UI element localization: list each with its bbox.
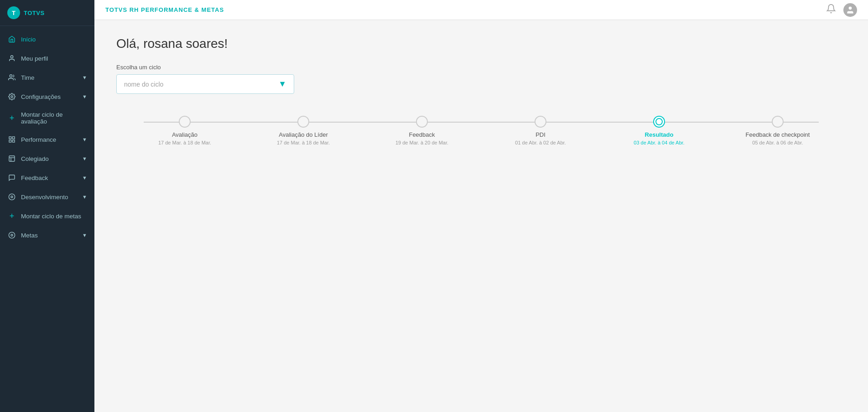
chevron-icon-desenvolvimento: ▼: [82, 194, 87, 200]
sidebar-logo: T TOTVS: [0, 0, 94, 26]
page-greeting: Olá, rosana soares!: [116, 36, 846, 51]
sidebar: T TOTVS Início Meu perfil Time ▼ Configu…: [0, 0, 94, 412]
svg-rect-3: [9, 137, 11, 139]
cycle-timeline: Avaliação 17 de Mar. à 18 de Mar. Avalia…: [116, 116, 846, 145]
step-date-avaliacao-lider: 17 de Mar. à 18 de Mar.: [277, 140, 330, 145]
svg-rect-4: [12, 137, 15, 139]
svg-point-13: [11, 234, 13, 236]
step-title-resultado: Resultado: [645, 131, 674, 138]
step-date-avaliacao: 17 de Mar. à 18 de Mar.: [158, 140, 211, 145]
user-avatar[interactable]: [843, 3, 857, 17]
sidebar-item-inicio[interactable]: Início: [0, 30, 94, 49]
sidebar-item-desenvolvimento[interactable]: Desenvolvimento ▼: [0, 187, 94, 206]
metas-icon: [7, 231, 16, 240]
timeline-step-avaliacao: Avaliação 17 de Mar. à 18 de Mar.: [125, 116, 244, 145]
timeline-step-avaliacao-lider: Avaliação do Líder 17 de Mar. à 18 de Ma…: [244, 116, 363, 145]
step-date-pdi: 01 de Abr. à 02 de Abr.: [515, 140, 566, 145]
chevron-icon-metas: ▼: [82, 232, 87, 238]
svg-point-14: [849, 6, 852, 10]
step-title-feedback: Feedback: [409, 131, 435, 138]
sidebar-item-label-montar-ciclo-metas: Montar ciclo de metas: [21, 213, 87, 220]
step-title-feedback-checkpoint: Feedback de checkpoint: [746, 131, 810, 138]
step-circle-feedback: [416, 116, 428, 128]
montar-ciclo-metas-icon: +: [7, 211, 16, 221]
chevron-icon-feedback: ▼: [82, 175, 87, 180]
sidebar-item-feedback[interactable]: Feedback ▼: [0, 168, 94, 187]
topbar-actions: [826, 3, 857, 17]
colegiado-icon: [7, 154, 16, 163]
svg-rect-6: [9, 140, 11, 142]
sidebar-item-time[interactable]: Time ▼: [0, 68, 94, 87]
step-circle-pdi: [535, 116, 546, 128]
sidebar-item-configuracoes[interactable]: Configurações ▼: [0, 87, 94, 106]
step-title-avaliacao: Avaliação: [172, 131, 198, 138]
sidebar-item-colegiado[interactable]: Colegiado ▼: [0, 149, 94, 168]
sidebar-item-label-performance: Performance: [21, 136, 82, 143]
timeline-step-feedback-checkpoint: Feedback de checkpoint 05 de Abr. à 06 d…: [718, 116, 837, 145]
step-date-resultado: 03 de Abr. à 04 de Abr.: [634, 140, 684, 145]
svg-point-2: [11, 96, 13, 98]
sidebar-item-label-colegiado: Colegiado: [21, 155, 82, 162]
main-content: Olá, rosana soares! Escolha um ciclo nom…: [94, 20, 868, 412]
notification-bell-button[interactable]: [826, 4, 836, 16]
step-date-feedback-checkpoint: 05 de Abr. à 06 de Abr.: [752, 140, 803, 145]
chevron-icon-performance: ▼: [82, 137, 87, 142]
totvs-logo-text: TOTVS: [24, 10, 45, 16]
time-icon: [7, 73, 16, 82]
montar-ciclo-avaliacao-icon: +: [7, 113, 16, 123]
feedback-icon: [7, 173, 16, 182]
sidebar-item-label-configuracoes: Configurações: [21, 93, 82, 100]
main-area: TOTVS RH PERFORMANCE & METAS Olá, rosana…: [94, 0, 868, 412]
timeline-step-feedback: Feedback 19 de Mar. à 20 de Mar.: [363, 116, 481, 145]
chevron-icon-colegiado: ▼: [82, 156, 87, 161]
topbar-title: TOTVS RH PERFORMANCE & METAS: [105, 6, 224, 13]
chevron-down-icon: ▼: [278, 79, 286, 89]
step-circle-avaliacao-lider: [297, 116, 309, 128]
step-circle-feedback-checkpoint: [772, 116, 784, 128]
chevron-icon-time: ▼: [82, 75, 87, 80]
sidebar-item-label-time: Time: [21, 74, 82, 81]
timeline-step-pdi: PDI 01 de Abr. à 02 de Abr.: [481, 116, 600, 145]
sidebar-item-metas[interactable]: Metas ▼: [0, 226, 94, 245]
sidebar-item-label-feedback: Feedback: [21, 175, 82, 181]
step-title-pdi: PDI: [535, 131, 546, 138]
svg-point-12: [9, 232, 15, 238]
svg-rect-7: [9, 156, 15, 161]
sidebar-item-meu-perfil[interactable]: Meu perfil: [0, 49, 94, 68]
totvs-logo-icon: T: [7, 6, 20, 19]
sidebar-item-montar-ciclo-metas[interactable]: + Montar ciclo de metas: [0, 206, 94, 226]
cycle-select-text: nome do ciclo: [124, 81, 163, 88]
sidebar-navigation: Início Meu perfil Time ▼ Configurações ▼…: [0, 26, 94, 412]
sidebar-item-label-desenvolvimento: Desenvolvimento: [21, 194, 82, 201]
step-circle-resultado: [653, 116, 665, 128]
performance-icon: [7, 135, 16, 144]
sidebar-item-label-montar-ciclo-avaliacao: Montar ciclo de avaliação: [21, 111, 87, 125]
cycle-select-dropdown[interactable]: nome do ciclo ▼: [116, 74, 294, 94]
sidebar-item-performance[interactable]: Performance ▼: [0, 130, 94, 149]
meu-perfil-icon: [7, 54, 16, 63]
sidebar-item-label-metas: Metas: [21, 232, 82, 239]
step-date-feedback: 19 de Mar. à 20 de Mar.: [395, 140, 448, 145]
inicio-icon: [7, 35, 16, 44]
step-title-avaliacao-lider: Avaliação do Líder: [279, 131, 327, 138]
topbar: TOTVS RH PERFORMANCE & METAS: [94, 0, 868, 20]
sidebar-item-label-meu-perfil: Meu perfil: [21, 55, 87, 62]
svg-point-10: [9, 194, 15, 200]
svg-point-0: [10, 56, 13, 58]
timeline-step-resultado: Resultado 03 de Abr. à 04 de Abr.: [600, 116, 718, 145]
sidebar-item-label-inicio: Início: [21, 36, 87, 43]
svg-point-11: [11, 196, 13, 198]
desenvolvimento-icon: [7, 192, 16, 201]
cycle-label: Escolha um ciclo: [116, 64, 846, 71]
chevron-icon-configuracoes: ▼: [82, 94, 87, 99]
configuracoes-icon: [7, 92, 16, 101]
step-circle-avaliacao: [179, 116, 191, 128]
sidebar-item-montar-ciclo-avaliacao[interactable]: + Montar ciclo de avaliação: [0, 106, 94, 130]
svg-rect-5: [12, 140, 15, 142]
svg-point-1: [10, 75, 12, 77]
